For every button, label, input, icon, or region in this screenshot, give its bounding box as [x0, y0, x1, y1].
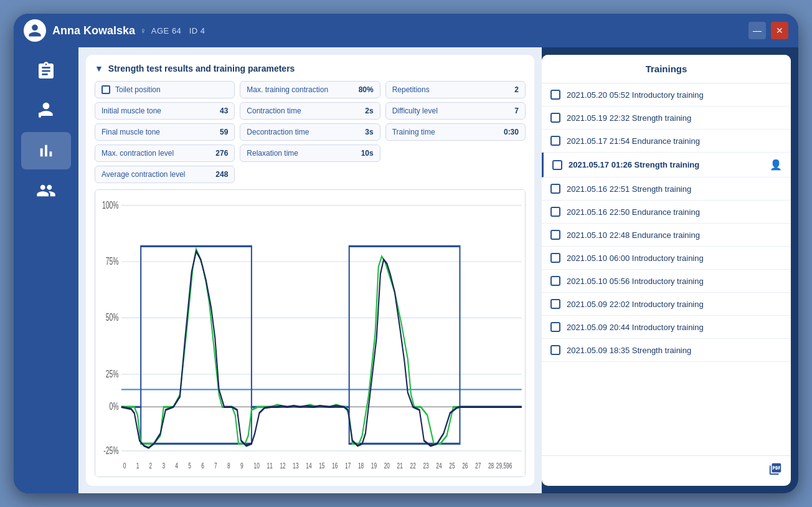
- pdf-export-icon[interactable]: [768, 462, 782, 480]
- right-panel-footer: [542, 455, 791, 486]
- svg-text:21: 21: [397, 461, 403, 470]
- toilet-position-row: Toilet position: [95, 81, 235, 98]
- training-text: 2021.05.19 22:32 Strength training: [567, 113, 782, 123]
- sidebar-item-clipboard[interactable]: [21, 52, 71, 90]
- svg-text:17: 17: [345, 461, 351, 470]
- training-checkbox[interactable]: [550, 276, 560, 286]
- svg-text:25: 25: [449, 461, 455, 470]
- training-item[interactable]: 2021.05.10 05:56 Introductory training: [542, 270, 791, 293]
- training-text: 2021.05.16 22:50 Endurance training: [567, 207, 782, 217]
- user-name: Anna Kowalska: [52, 24, 135, 37]
- svg-rect-0: [39, 113, 41, 118]
- training-item[interactable]: 2021.05.10 22:48 Endurance training: [542, 224, 791, 247]
- minimize-button[interactable]: —: [748, 22, 766, 39]
- training-checkbox[interactable]: [550, 253, 560, 263]
- svg-text:26: 26: [462, 461, 468, 470]
- training-item[interactable]: 2021.05.09 20:44 Introductory training: [542, 316, 791, 339]
- training-checkbox[interactable]: [550, 345, 560, 355]
- training-item[interactable]: 2021.05.19 22:32 Strength training: [542, 107, 791, 130]
- window-controls: — ✕: [748, 22, 788, 39]
- svg-text:1: 1: [136, 461, 139, 470]
- training-item[interactable]: 2021.05.16 22:51 Strength training: [542, 178, 791, 201]
- main-content: ▼ Strength test results and training par…: [14, 47, 798, 493]
- right-panel: Trainings 2021.05.20 05:52 Introductory …: [542, 55, 791, 486]
- svg-text:7: 7: [214, 461, 217, 470]
- training-checkbox[interactable]: [550, 299, 560, 309]
- stat-relaxation-time: Relaxation time 10s: [240, 145, 380, 162]
- panel-title: Strength test results and training param…: [108, 64, 295, 73]
- training-text: 2021.05.17 01:26 Strength training: [569, 160, 763, 169]
- stats-col-2: Max. training contraction 80% Contractio…: [240, 81, 380, 183]
- stat-max-contraction: Max. contraction level 276: [95, 145, 235, 162]
- svg-text:18: 18: [358, 461, 364, 470]
- svg-text:6: 6: [201, 461, 204, 470]
- title-bar: Anna Kowalska ♀ AGE 64 ID 4 — ✕: [14, 14, 798, 47]
- svg-text:24: 24: [436, 461, 441, 470]
- training-chart: 100% 75% 50% 25% 0% -25%: [95, 190, 525, 476]
- svg-text:15: 15: [319, 461, 324, 470]
- svg-text:50%: 50%: [106, 312, 119, 323]
- svg-text:0: 0: [123, 461, 126, 470]
- svg-text:100%: 100%: [102, 199, 119, 211]
- training-text: 2021.05.10 06:00 Introductory training: [567, 254, 782, 263]
- training-text: 2021.05.10 05:56 Introductory training: [567, 277, 782, 286]
- svg-text:19: 19: [371, 461, 377, 470]
- stats-col-3: Repetitions 2 Difficulty level 7 Trainin…: [385, 81, 526, 183]
- svg-text:10: 10: [254, 461, 260, 470]
- training-checkbox[interactable]: [550, 230, 560, 240]
- svg-text:0%: 0%: [110, 401, 119, 412]
- training-text: 2021.05.17 21:54 Endurance training: [567, 136, 782, 146]
- collapse-arrow[interactable]: ▼: [95, 64, 103, 73]
- sidebar: [14, 47, 78, 493]
- svg-text:9: 9: [240, 461, 243, 470]
- training-text: 2021.05.09 20:44 Introductory training: [567, 323, 782, 332]
- svg-text:20: 20: [384, 461, 390, 470]
- sidebar-item-person[interactable]: [21, 92, 71, 130]
- panel-card: ▼ Strength test results and training par…: [86, 55, 534, 486]
- stat-repetitions: Repetitions 2: [385, 81, 526, 98]
- training-checkbox[interactable]: [550, 113, 560, 123]
- training-text: 2021.05.09 22:02 Introductory training: [567, 300, 782, 309]
- svg-text:-25%: -25%: [103, 445, 118, 457]
- device-frame: Anna Kowalska ♀ AGE 64 ID 4 — ✕: [14, 14, 798, 493]
- training-item[interactable]: 2021.05.20 05:52 Introductory training: [542, 83, 791, 107]
- svg-text:12: 12: [280, 461, 285, 470]
- trainings-list: 2021.05.20 05:52 Introductory training 2…: [542, 83, 791, 455]
- svg-text:29,596: 29,596: [496, 461, 512, 470]
- training-text: 2021.05.09 18:35 Strength training: [567, 346, 782, 355]
- svg-text:4: 4: [175, 461, 178, 470]
- training-item[interactable]: 2021.05.09 18:35 Strength training: [542, 339, 791, 362]
- stats-col-1: Toilet position Initial muscle tone 43 F…: [95, 81, 235, 183]
- training-checkbox[interactable]: [550, 207, 560, 217]
- training-item-active[interactable]: 2021.05.17 01:26 Strength training 👤: [542, 153, 791, 178]
- stat-max-training-contraction: Max. training contraction 80%: [240, 81, 380, 98]
- sidebar-item-chart[interactable]: [21, 132, 71, 169]
- sidebar-item-people[interactable]: [21, 172, 71, 209]
- svg-text:28: 28: [488, 461, 494, 470]
- avatar: [24, 19, 46, 42]
- svg-text:3: 3: [162, 461, 165, 470]
- stat-training-time: Training time 0:30: [385, 123, 526, 141]
- chart-container: 100% 75% 50% 25% 0% -25%: [95, 189, 526, 477]
- training-checkbox[interactable]: [550, 90, 560, 100]
- svg-text:13: 13: [293, 461, 298, 470]
- svg-text:22: 22: [410, 461, 416, 470]
- svg-text:25%: 25%: [106, 368, 119, 379]
- training-checkbox[interactable]: [550, 322, 560, 332]
- training-item[interactable]: 2021.05.17 21:54 Endurance training: [542, 130, 791, 153]
- training-text: 2021.05.16 22:51 Strength training: [567, 184, 782, 194]
- stat-initial-muscle-tone: Initial muscle tone 43: [95, 102, 235, 120]
- svg-text:8: 8: [227, 461, 230, 470]
- trainings-header: Trainings: [542, 55, 791, 83]
- training-item[interactable]: 2021.05.09 22:02 Introductory training: [542, 293, 791, 316]
- stat-avg-contraction: Average contraction level 248: [95, 166, 235, 183]
- training-checkbox[interactable]: [550, 136, 560, 146]
- training-checkbox[interactable]: [550, 184, 560, 194]
- training-item[interactable]: 2021.05.16 22:50 Endurance training: [542, 201, 791, 224]
- svg-text:27: 27: [475, 461, 481, 470]
- toilet-position-checkbox[interactable]: [102, 85, 110, 94]
- training-checkbox[interactable]: [552, 160, 562, 170]
- training-item[interactable]: 2021.05.10 06:00 Introductory training: [542, 247, 791, 270]
- center-panel: ▼ Strength test results and training par…: [78, 47, 542, 493]
- close-button[interactable]: ✕: [771, 22, 788, 39]
